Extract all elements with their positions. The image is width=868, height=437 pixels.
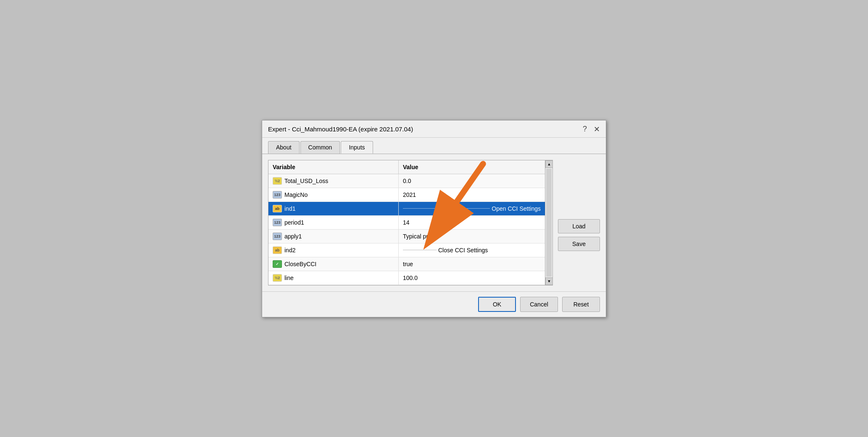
value-text: true: [403, 261, 413, 267]
variable-name: apply1: [284, 233, 302, 240]
value-text: Typical price: [403, 233, 436, 240]
tabs-area: About Common Inputs: [262, 138, 606, 154]
cell-value: Typical price: [399, 230, 545, 243]
icon-123: 123: [273, 233, 282, 240]
cell-value: 2021: [399, 188, 545, 201]
icon-ab: ab: [273, 205, 282, 212]
cell-value: true: [399, 257, 545, 271]
cell-value: Close CCI Settings: [399, 243, 545, 257]
table-row[interactable]: ½2 Total_USD_Loss 0.0: [268, 174, 545, 188]
side-buttons: Load Save: [558, 160, 600, 285]
table-row[interactable]: ab ind2 Close CCI Settings: [268, 243, 545, 257]
tab-about[interactable]: About: [268, 141, 300, 154]
cell-variable: ½2 Total_USD_Loss: [268, 174, 399, 188]
icon-ab: ab: [273, 246, 282, 254]
cell-variable: 123 apply1: [268, 230, 399, 243]
value-text: Close CCI Settings: [438, 247, 488, 254]
ok-button[interactable]: OK: [478, 297, 516, 312]
save-button[interactable]: Save: [558, 237, 600, 251]
reset-button[interactable]: Reset: [562, 297, 600, 312]
cell-value: 100.0: [399, 271, 545, 285]
variable-name: ind1: [284, 205, 295, 212]
icon-v2: ½2: [273, 177, 282, 185]
cell-value: Open CCI Settings: [399, 202, 545, 215]
value-text: 14: [403, 219, 410, 226]
cell-variable: ½2 line: [268, 271, 399, 285]
scrollbar[interactable]: ▲ ▼: [545, 160, 552, 285]
variable-name: period1: [284, 219, 304, 226]
table-wrapper: Variable Value ½2 Total_USD_Loss 0.0: [268, 160, 552, 285]
table-row[interactable]: 123 apply1 Typical price: [268, 230, 545, 243]
variable-name: ind2: [284, 247, 295, 254]
variable-name: Total_USD_Loss: [284, 178, 328, 184]
close-icon[interactable]: ✕: [594, 125, 600, 134]
tab-inputs[interactable]: Inputs: [341, 141, 373, 154]
table-body: Variable Value ½2 Total_USD_Loss 0.0: [268, 160, 545, 285]
icon-v2: ½2: [273, 274, 282, 282]
col-value-header: Value: [399, 160, 545, 174]
col-variable-header: Variable: [268, 160, 399, 174]
bottom-bar: OK Cancel Reset: [262, 291, 606, 317]
value-text: 0.0: [403, 178, 411, 184]
title-controls: ? ✕: [583, 125, 600, 134]
scroll-track[interactable]: [546, 169, 552, 277]
tab-common[interactable]: Common: [300, 141, 340, 154]
expert-window: Expert - Cci_Mahmoud1990-EA (expire 2021…: [262, 120, 606, 317]
cell-variable: 123 period1: [268, 216, 399, 229]
cell-value: 14: [399, 216, 545, 229]
cell-value: 0.0: [399, 174, 545, 188]
table-row[interactable]: ab ind1 Open CCI Settings: [268, 202, 545, 216]
icon-123: 123: [273, 219, 282, 226]
help-icon[interactable]: ?: [583, 125, 587, 133]
variable-name: CloseByCCI: [284, 261, 316, 267]
table-row[interactable]: 123 period1 14: [268, 216, 545, 230]
inputs-table: Variable Value ½2 Total_USD_Loss 0.0: [268, 160, 553, 285]
title-bar: Expert - Cci_Mahmoud1990-EA (expire 2021…: [262, 120, 606, 138]
cell-variable: 123 MagicNo: [268, 188, 399, 201]
content-area: Variable Value ½2 Total_USD_Loss 0.0: [262, 154, 606, 291]
cancel-button[interactable]: Cancel: [520, 297, 558, 312]
table-row[interactable]: 123 MagicNo 2021: [268, 188, 545, 202]
value-text: Open CCI Settings: [492, 205, 541, 212]
scroll-up-btn[interactable]: ▲: [545, 160, 553, 168]
variable-name: line: [284, 275, 294, 281]
table-header: Variable Value: [268, 160, 545, 174]
variable-name: MagicNo: [284, 191, 308, 198]
table-row[interactable]: ½2 line 100.0: [268, 271, 545, 285]
table-row[interactable]: ✓ CloseByCCI true: [268, 257, 545, 271]
cell-variable: ✓ CloseByCCI: [268, 257, 399, 271]
window-title: Expert - Cci_Mahmoud1990-EA (expire 2021…: [268, 126, 413, 133]
cell-variable: ab ind1: [268, 202, 399, 215]
scroll-down-btn[interactable]: ▼: [545, 277, 553, 285]
value-text: 2021: [403, 191, 416, 198]
icon-check: ✓: [273, 260, 282, 268]
load-button[interactable]: Load: [558, 219, 600, 233]
cell-variable: ab ind2: [268, 243, 399, 257]
icon-123: 123: [273, 191, 282, 199]
value-text: 100.0: [403, 275, 418, 281]
